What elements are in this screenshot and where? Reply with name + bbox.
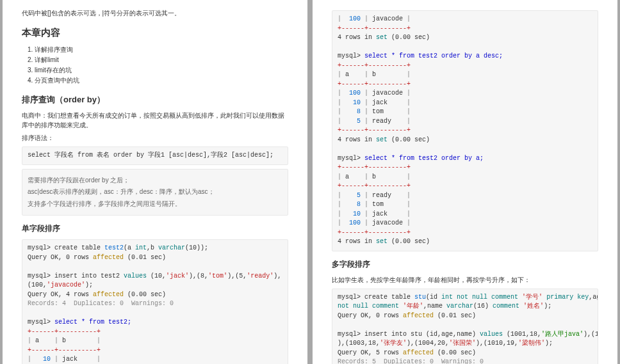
toc-item: 详解limit [35,56,288,65]
note-line: asc|desc表示排序的规则，asc：升序，desc：降序，默认为asc； [28,187,282,197]
multi-desc: 比如学生表，先按学生年龄降序，年龄相同时，再按学号升序，如下： [332,275,598,285]
page-left: 代码中被[]包含的表示可选，|符号分开的表示可选其一。 本章内容 详解排序查询 … [3,0,307,364]
toc-item: 分页查询中的坑 [35,76,288,85]
note-line: 需要排序的字段跟在order by 之后； [28,176,282,186]
heading-multi-field: 多字段排序 [332,259,598,270]
mysql-console-right-top: | 100 | javacode | +------+----------+ 4… [332,10,598,251]
note-box: 需要排序的字段跟在order by 之后； asc|desc表示排序的规则，as… [22,169,288,216]
page-right: | 100 | javacode | +------+----------+ 4… [313,0,617,364]
heading-single-field: 单字段排序 [22,223,288,234]
intro-line: 代码中被[]包含的表示可选，|符号分开的表示可选其一。 [22,9,288,18]
mysql-console-stu: mysql> create table stu(id int not null … [332,289,598,365]
syntax-code: select 字段名 from 表名 order by 字段1 [asc|des… [22,146,288,165]
toc-item: 详解排序查询 [35,45,288,54]
heading-chapter: 本章内容 [22,27,288,39]
note-line: 支持多个字段进行排序，多字段排序之间用逗号隔开。 [28,200,282,209]
mysql-console-left: mysql> create table test2(a int,b varcha… [22,239,288,364]
orderby-desc: 电商中：我们想查看今天所有成交的订单，按照交易额从高到低排序，此时我们可以使用数… [22,111,288,130]
syntax-label: 排序语法： [22,134,288,143]
heading-orderby: 排序查询（order by） [22,94,288,106]
toc-item: limit存在的坑 [35,66,288,75]
toc-list: 详解排序查询 详解limit limit存在的坑 分页查询中的坑 [35,45,288,85]
